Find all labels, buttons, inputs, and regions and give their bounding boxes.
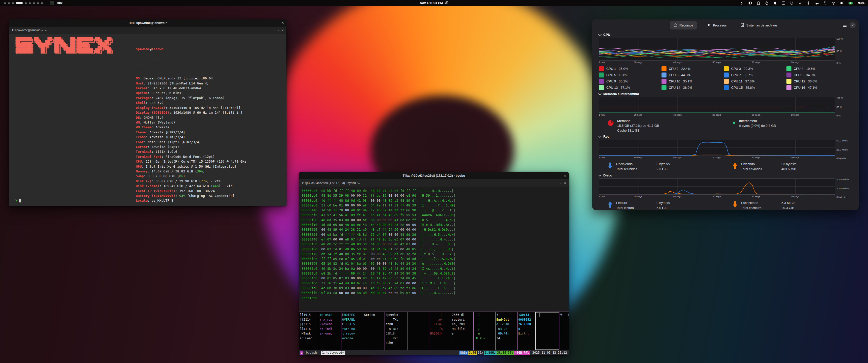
hollywood-pane-11: :30:53.008965226 +0800Birth: bbox=[518, 312, 535, 350]
pane-line: Birth: bbox=[518, 331, 534, 336]
coffee-cup-icon[interactable] bbox=[815, 1, 818, 5]
status-segment-right[interactable]: 8h6m bbox=[459, 351, 468, 355]
net-tx-total: 403.6 MiB bbox=[781, 167, 796, 172]
chevron-down-icon[interactable] bbox=[357, 181, 360, 184]
pane-line: H k < bbox=[474, 336, 495, 341]
disk-section-header[interactable]: Disco bbox=[599, 173, 852, 177]
clock-menu[interactable]: Nov 4 11:31 PM bbox=[420, 1, 448, 5]
hollywood-pane-4: Screen bbox=[363, 312, 385, 350]
network-graph-xlabels: 1 min50 segs40 segs30 segs20 segs10 segs bbox=[599, 156, 834, 160]
workspace-dot[interactable] bbox=[12, 2, 14, 4]
status-segment-right[interactable]: 16x bbox=[477, 351, 484, 355]
tab-recursos[interactable]: Recursos bbox=[670, 21, 697, 30]
network-section-header[interactable]: Red bbox=[599, 135, 852, 138]
pane-line: eth0 bbox=[385, 322, 407, 327]
status-segment-right[interactable]: 40GB bbox=[514, 351, 523, 355]
read-arrow-icon bbox=[607, 201, 613, 210]
workspace-dot[interactable] bbox=[25, 2, 27, 4]
hollywood-pane-12 bbox=[535, 312, 559, 350]
hex-line: 00000f20 00 48 89 44 24 38 31 c0 48 c7 4… bbox=[302, 227, 566, 232]
status-segment-left[interactable]: u bbox=[300, 351, 303, 355]
window-titlebar[interactable]: Tilix: spawnmc@lenowo:~ ✕ bbox=[9, 20, 286, 27]
x-axis-label: 20 segs bbox=[752, 156, 760, 159]
power-bolt-icon[interactable] bbox=[740, 1, 744, 5]
restore-icon[interactable]: ▫ bbox=[560, 182, 561, 185]
window-title: Tilix: @30c634cc26e8 (172.17.0.3) - byob… bbox=[403, 174, 465, 177]
hex-line: 00000f90 65 10 83 fd 01 0f 8e b3 03 00 0… bbox=[302, 261, 566, 266]
byobu-status-bar: u 0:bash- 1:hollywood*8h6m3.0G16x1.8GHz3… bbox=[299, 350, 569, 355]
monitor-tabs: RecursosProcesosSistemas de archivos bbox=[670, 21, 781, 30]
workspace-dot[interactable] bbox=[33, 2, 35, 4]
close-session-icon[interactable]: ✕ bbox=[282, 29, 284, 32]
workspace-indicator[interactable] bbox=[4, 2, 43, 4]
status-segment-right[interactable]: 2025-11-05 13:31:12 bbox=[530, 351, 568, 355]
memory-cache: Caché 18.1 GB bbox=[617, 128, 659, 133]
status-segment-left[interactable]: 0:bash- bbox=[303, 351, 321, 355]
checkmark-icon[interactable] bbox=[798, 1, 802, 5]
fetch-line: Terminal: tilix 1.9.6 bbox=[136, 149, 246, 154]
clipboard-icon[interactable] bbox=[757, 1, 760, 5]
cpu-section-header[interactable]: CPU bbox=[599, 33, 852, 37]
tab-session-label[interactable]: 1: @30c634cc26e8 (172.17.0.3) - byobu bbox=[302, 181, 356, 185]
workspace-active-pill[interactable] bbox=[16, 2, 23, 4]
workspace-dot[interactable] bbox=[37, 2, 39, 4]
cpu-name: CPU 11 bbox=[731, 79, 743, 83]
restore-icon[interactable]: ▫ bbox=[278, 29, 279, 32]
terminal-content-fetch[interactable]: ███████╗██╗ ██╗███╗ ██╗███████╗██╗ ██╗ █… bbox=[9, 34, 286, 206]
terminal-content-byobu[interactable]: 00000ea0 e8 bb fd ff ff 48 89 de 48 89 c… bbox=[299, 187, 569, 355]
workspace-dot[interactable] bbox=[8, 2, 10, 4]
memory-section-header[interactable]: Memoria e intercambio bbox=[599, 92, 852, 96]
system-monitor-window: RecursosProcesosSistemas de archivos ✕ C… bbox=[592, 20, 859, 210]
tab-sistemas-de-archivos[interactable]: Sistemas de archivos bbox=[737, 21, 781, 30]
cpu-section: CPU 100 %50 %0 % 1 min50 segs40 segs30 s… bbox=[592, 33, 859, 90]
fetch-line: Terminal Font: FiraCode Nerd Font (12pt) bbox=[136, 154, 246, 159]
dock-panel-icon[interactable] bbox=[748, 1, 752, 5]
hourglass-icon[interactable] bbox=[782, 1, 785, 5]
memory-graph bbox=[599, 97, 835, 113]
menu-icon[interactable] bbox=[843, 24, 846, 27]
sun-icon[interactable] bbox=[807, 1, 810, 5]
x-axis-label: 1 min bbox=[599, 61, 604, 64]
workspace-dot[interactable] bbox=[29, 2, 31, 4]
wifi-icon[interactable] bbox=[832, 1, 835, 5]
tab-procesos[interactable]: Procesos bbox=[704, 21, 730, 30]
status-segment-right[interactable]: 30% bbox=[507, 351, 514, 355]
desktop: ❯ Tilix Nov 4 11:31 PM 93% Tilix: spawnm… bbox=[0, 0, 868, 363]
status-segment-right[interactable]: 3.0G bbox=[468, 351, 477, 355]
status-segment-right[interactable]: 38.8G bbox=[496, 351, 507, 355]
workspace-dot[interactable] bbox=[4, 2, 6, 4]
cpu-usage-value: 36.6% bbox=[808, 79, 817, 83]
close-icon[interactable]: ✕ bbox=[564, 172, 566, 179]
stopwatch-icon[interactable] bbox=[765, 1, 769, 5]
disk-write-total: 20.3 GiB bbox=[781, 205, 795, 210]
chevron-down-icon[interactable] bbox=[45, 29, 48, 31]
tab-session-label[interactable]: 1: spawnmc@lenowo:~ bbox=[11, 29, 43, 32]
fetch-line: Uptime: 8 hours, 6 mins bbox=[136, 91, 246, 95]
fetch-line: Cursor: Adwaita (24px) bbox=[136, 144, 246, 149]
close-icon[interactable]: ✕ bbox=[849, 22, 856, 28]
status-segment-right[interactable]: 1.8GHz bbox=[484, 351, 496, 355]
pane-line: 7366 di bbox=[452, 312, 473, 318]
x-axis-label: 1 min bbox=[599, 156, 604, 159]
window-titlebar[interactable]: Tilix: @30c634cc26e8 (172.17.0.3) - byob… bbox=[299, 172, 569, 179]
close-icon[interactable]: ✕ bbox=[281, 20, 284, 26]
chevron-down-icon bbox=[598, 33, 601, 36]
hollywood-pane-2: ma-oscar-x_ray-November-india-romeo bbox=[319, 312, 341, 350]
volume-icon[interactable] bbox=[840, 1, 843, 5]
x-axis-label: 50 segs bbox=[634, 195, 642, 198]
hex-line: 00000fc0 00 0f 85 87 03 00 00 8d 45 fe 4… bbox=[302, 276, 566, 280]
night-light-icon[interactable] bbox=[823, 1, 827, 5]
hex-line: 00000ed0 31 c0 be 01 00 00 00 e8 54 fe f… bbox=[302, 203, 566, 208]
alarm-clock-icon[interactable] bbox=[790, 1, 794, 5]
pane-line: ]]3115 bbox=[300, 322, 318, 327]
pane-line: MTask bbox=[300, 331, 318, 336]
focused-app-menu[interactable]: ❯ Tilix bbox=[50, 1, 63, 5]
battery-icon[interactable] bbox=[848, 1, 854, 5]
status-segment-right[interactable]: 79% bbox=[523, 351, 530, 355]
workspace-dot[interactable] bbox=[41, 2, 43, 4]
cpu-graph bbox=[599, 38, 835, 61]
close-session-icon[interactable]: ✕ bbox=[564, 182, 566, 185]
egg-icon[interactable] bbox=[773, 1, 777, 5]
pane-line: E++o| bbox=[430, 322, 450, 327]
status-segment-left[interactable]: 1:hollywood* bbox=[321, 351, 345, 355]
